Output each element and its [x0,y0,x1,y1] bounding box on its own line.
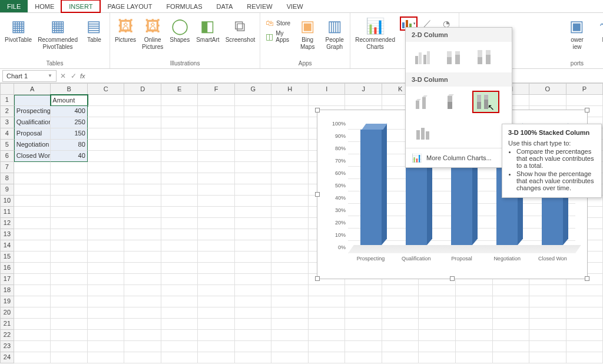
cell-F21[interactable] [198,319,235,330]
cell-P21[interactable] [566,319,603,330]
cell-H3[interactable] [271,117,309,128]
row-header-6[interactable]: 6 [0,151,14,162]
cell-H10[interactable] [271,196,309,207]
cell-C4[interactable] [88,128,125,140]
col-header-B[interactable]: B [51,83,88,95]
tab-file[interactable]: FILE [0,0,28,12]
cell-N21[interactable] [493,319,530,330]
cell-F11[interactable] [198,207,235,218]
cell-F3[interactable] [198,117,235,128]
row-header-17[interactable]: 17 [0,274,14,285]
cell-E2[interactable] [161,106,198,117]
cell-D18[interactable] [124,285,161,296]
cell-F20[interactable] [198,307,235,319]
cell-P1[interactable] [566,95,603,106]
cell-E15[interactable] [161,252,198,263]
row-header-9[interactable]: 9 [0,184,14,196]
cell-E9[interactable] [161,184,198,196]
cell-D19[interactable] [124,296,161,307]
row-header-12[interactable]: 12 [0,218,14,229]
cell-E18[interactable] [161,285,198,296]
row-header-8[interactable]: 8 [0,173,14,184]
fx-icon[interactable]: fx [80,72,85,80]
cell-B13[interactable] [51,229,88,240]
tab-view[interactable]: VIEW [280,0,310,12]
cell-F10[interactable] [198,196,235,207]
cell-D4[interactable] [124,128,161,140]
cell-G3[interactable] [235,117,272,128]
cell-C12[interactable] [88,218,125,229]
cell-G13[interactable] [235,229,272,240]
row-header-21[interactable]: 21 [0,319,14,330]
col-header-H[interactable]: H [271,83,309,95]
shapes-button[interactable]: ◯ Shapes [168,14,191,45]
cell-A18[interactable] [14,285,51,296]
row-header-5[interactable]: 5 [0,140,14,151]
cell-G4[interactable] [235,128,272,140]
3d-column-option[interactable] [412,122,438,143]
cell-G20[interactable] [235,307,272,319]
cell-G8[interactable] [235,173,272,184]
cell-A12[interactable] [14,218,51,229]
cell-F8[interactable] [198,173,235,184]
cell-E22[interactable] [161,330,198,341]
row-header-1[interactable]: 1 [0,95,14,106]
myapps-button[interactable]: ◫ My Apps [264,29,292,44]
cell-I1[interactable] [309,95,346,106]
cell-L22[interactable] [419,330,456,341]
cell-H5[interactable] [271,140,309,151]
cell-E24[interactable] [161,352,198,363]
cell-K20[interactable] [382,307,419,319]
cell-B7[interactable] [51,162,88,173]
cell-D5[interactable] [124,140,161,151]
cancel-formula-icon[interactable]: ✕ [60,72,66,80]
cell-A14[interactable] [14,240,51,252]
cell-O19[interactable] [529,296,566,307]
cell-H9[interactable] [271,184,309,196]
cell-G1[interactable] [235,95,272,106]
cell-G15[interactable] [235,252,272,263]
cell-D20[interactable] [124,307,161,319]
cell-E12[interactable] [161,218,198,229]
row-header-22[interactable]: 22 [0,330,14,341]
row-header-15[interactable]: 15 [0,252,14,263]
cell-O23[interactable] [529,341,566,352]
3d-100-stacked-column-option[interactable]: ↖ [473,91,499,112]
cell-G6[interactable] [235,151,272,162]
col-header-O[interactable]: O [529,83,566,95]
cell-B24[interactable] [51,352,88,363]
cell-O21[interactable] [529,319,566,330]
cell-D1[interactable] [124,95,161,106]
cell-D15[interactable] [124,252,161,263]
cell-E4[interactable] [161,128,198,140]
cell-D12[interactable] [124,218,161,229]
cell-O24[interactable] [529,352,566,363]
2d-100-stacked-column-option[interactable] [473,47,499,68]
cell-H23[interactable] [271,341,309,352]
cell-E1[interactable] [161,95,198,106]
cell-I24[interactable] [309,352,346,363]
cell-G14[interactable] [235,240,272,252]
row-header-7[interactable]: 7 [0,162,14,173]
pivottable-button[interactable]: ▦ PivotTable [4,14,33,45]
cell-J22[interactable] [345,330,382,341]
cell-A11[interactable] [14,207,51,218]
cell-H19[interactable] [271,296,309,307]
cell-G17[interactable] [235,274,272,285]
cell-A8[interactable] [14,173,51,184]
cell-F5[interactable] [198,140,235,151]
col-header-J[interactable]: J [345,83,382,95]
cell-K18[interactable] [382,285,419,296]
cell-C1[interactable] [88,95,125,106]
cell-K24[interactable] [382,352,419,363]
cell-C17[interactable] [88,274,125,285]
cell-J24[interactable] [345,352,382,363]
cell-F12[interactable] [198,218,235,229]
cell-O20[interactable] [529,307,566,319]
cell-A19[interactable] [14,296,51,307]
row-header-16[interactable]: 16 [0,263,14,274]
cell-C9[interactable] [88,184,125,196]
row-header-20[interactable]: 20 [0,307,14,319]
cell-G24[interactable] [235,352,272,363]
cell-A7[interactable] [14,162,51,173]
